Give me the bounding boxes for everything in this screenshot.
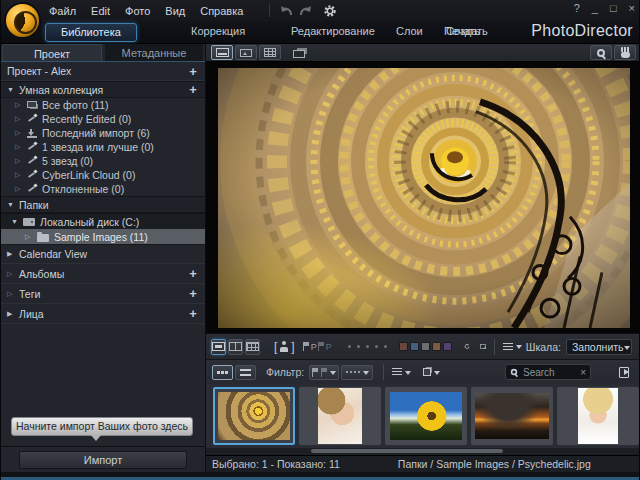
flag-filter-button[interactable] — [309, 365, 339, 380]
search-box[interactable]: × — [505, 364, 591, 380]
expand-arrow-icon[interactable]: ▼ — [11, 218, 23, 225]
sort-button[interactable] — [392, 367, 411, 378]
scrollbar-thumb[interactable] — [311, 449, 503, 453]
stack-button[interactable] — [423, 367, 440, 378]
flag-pick-button[interactable]: P P — [303, 342, 332, 352]
export-button[interactable] — [613, 364, 635, 381]
sidebar-item-sample-images[interactable]: ▷ Sample Images (11) — [1, 229, 205, 244]
add-tag-button[interactable]: + — [187, 286, 199, 301]
compare-mode-icon[interactable] — [293, 50, 305, 58]
close-button[interactable]: × — [629, 2, 635, 14]
menu-view[interactable]: Вид — [165, 5, 185, 17]
settings-gear-icon[interactable] — [323, 4, 337, 18]
menu-file[interactable]: Файл — [49, 5, 76, 17]
photo-viewport[interactable] — [206, 62, 640, 333]
sidebar-item-last-import[interactable]: ▷ Последний импорт (6) — [1, 126, 205, 140]
import-hint-tooltip[interactable]: Начните импорт Ваших фото здесь — [11, 417, 193, 436]
thumbnail-portrait-woman[interactable] — [299, 387, 381, 445]
add-album-button[interactable]: + — [187, 266, 199, 281]
rating-dot-icon[interactable] — [384, 345, 387, 348]
expand-arrow-icon[interactable]: ▼ — [7, 201, 19, 208]
sidebar-item-recently-edited[interactable]: ▷ Recently Edited (0) — [1, 112, 205, 126]
sidebar-tab-metadata[interactable]: Метаданные — [105, 44, 203, 61]
search-input[interactable] — [521, 366, 577, 379]
add-project-button[interactable]: + — [187, 64, 199, 79]
face-tag-button[interactable]: [] — [274, 340, 295, 354]
caption-photo-icon[interactable] — [480, 340, 487, 353]
tab-adjustment[interactable]: Коррекция — [191, 25, 245, 37]
filmstrip-view-button[interactable] — [211, 45, 233, 60]
filmstrip-scrollbar[interactable] — [206, 448, 640, 455]
maximize-button[interactable]: □ — [610, 2, 617, 14]
collapse-arrow-icon[interactable]: ▶ — [7, 250, 19, 258]
tab-layers[interactable]: Слои — [396, 25, 423, 37]
compare-two-button[interactable] — [228, 339, 243, 355]
pan-tool-button[interactable] — [614, 45, 636, 60]
zoom-tool-button[interactable] — [590, 45, 612, 60]
sidebar-item-all-photos[interactable]: ▷ Все фото (11) — [1, 98, 205, 112]
grid-view-button[interactable] — [259, 45, 281, 60]
collapse-arrow-icon[interactable]: ▷ — [15, 129, 27, 137]
thumbnail-sunflower[interactable] — [385, 387, 467, 445]
import-button[interactable]: Импорт — [19, 451, 187, 469]
tab-print[interactable]: Печать — [444, 25, 480, 37]
sidebar-item-cyberlink-cloud[interactable]: ▷ CyberLink Cloud (0) — [1, 168, 205, 182]
collapse-arrow-icon[interactable]: ▷ — [15, 157, 27, 165]
rating-dot-icon[interactable] — [366, 345, 369, 348]
color-swatch-brown[interactable] — [432, 342, 441, 351]
add-face-button[interactable]: + — [187, 306, 199, 321]
collapse-arrow-icon[interactable]: ▷ — [15, 115, 27, 123]
sidebar-tab-project[interactable]: Проект — [2, 44, 102, 61]
collapse-arrow-icon[interactable]: ▷ — [7, 290, 19, 298]
redo-icon[interactable] — [298, 4, 313, 17]
star-rating[interactable] — [348, 345, 387, 348]
section-smart-collection[interactable]: ▼ Умная коллекция + — [1, 81, 205, 98]
thumbnail-portrait-blonde[interactable] — [557, 387, 639, 445]
color-swatch-blue[interactable] — [410, 342, 419, 351]
add-smart-collection-button[interactable]: + — [187, 82, 199, 97]
tab-library[interactable]: Библиотека — [45, 23, 137, 42]
expand-arrow-icon[interactable]: ▼ — [7, 86, 19, 93]
rating-filter-button[interactable] — [341, 365, 373, 380]
color-swatch-purple[interactable] — [443, 342, 452, 351]
sidebar-item-local-disk[interactable]: ▼ Локальный диск (C:) — [1, 213, 205, 229]
thumbnail-sunset-storm[interactable] — [471, 387, 553, 445]
color-swatch-red[interactable] — [399, 342, 408, 351]
list-view-button[interactable] — [235, 365, 256, 380]
color-swatch-gray[interactable] — [421, 342, 430, 351]
clear-search-icon[interactable]: × — [580, 367, 586, 378]
rating-dot-icon[interactable] — [375, 345, 378, 348]
compare-single-button[interactable] — [211, 339, 226, 355]
collapse-arrow-icon[interactable]: ▷ — [15, 101, 27, 109]
section-tags[interactable]: ▷ Теги + — [1, 284, 205, 304]
view-options-button[interactable] — [503, 341, 522, 352]
rotate-icon[interactable] — [464, 339, 470, 354]
help-button[interactable]: ? — [574, 2, 580, 14]
thumbnail-view-button[interactable] — [212, 365, 233, 380]
collapse-arrow-icon[interactable]: ▷ — [15, 171, 27, 179]
collapse-arrow-icon[interactable]: ▶ — [7, 310, 19, 318]
menu-help[interactable]: Справка — [200, 5, 243, 17]
section-albums[interactable]: ▷ Альбомы + — [1, 264, 205, 284]
scale-dropdown[interactable]: Заполнить — [566, 339, 632, 355]
section-calendar-view[interactable]: ▶ Calendar View — [1, 244, 205, 264]
collapse-arrow-icon[interactable]: ▷ — [15, 143, 27, 151]
collapse-arrow-icon[interactable]: ▷ — [15, 185, 27, 193]
section-folders[interactable]: ▼ Папки — [1, 196, 205, 213]
sidebar-item-one-star[interactable]: ▷ 1 звезда или лучше (0) — [1, 140, 205, 154]
tab-edit[interactable]: Редактирование — [291, 25, 375, 37]
rating-dot-icon[interactable] — [348, 345, 351, 348]
menu-photo[interactable]: Фото — [125, 5, 150, 17]
photo-psychedelic[interactable] — [218, 68, 630, 328]
sidebar-item-five-star[interactable]: ▷ 5 звезд (0) — [1, 154, 205, 168]
single-view-button[interactable] — [235, 45, 257, 60]
thumbnail-spiral-staircase[interactable] — [213, 387, 295, 445]
collapse-arrow-icon[interactable]: ▷ — [25, 233, 37, 241]
menu-edit[interactable]: Edit — [91, 5, 110, 17]
collapse-arrow-icon[interactable]: ▷ — [7, 270, 19, 278]
compare-multi-button[interactable] — [245, 339, 260, 355]
section-faces[interactable]: ▶ Лица + — [1, 304, 205, 324]
rating-dot-icon[interactable] — [357, 345, 360, 348]
minimize-button[interactable]: _ — [592, 2, 598, 14]
sidebar-item-rejected[interactable]: ▷ Отклоненные (0) — [1, 182, 205, 196]
